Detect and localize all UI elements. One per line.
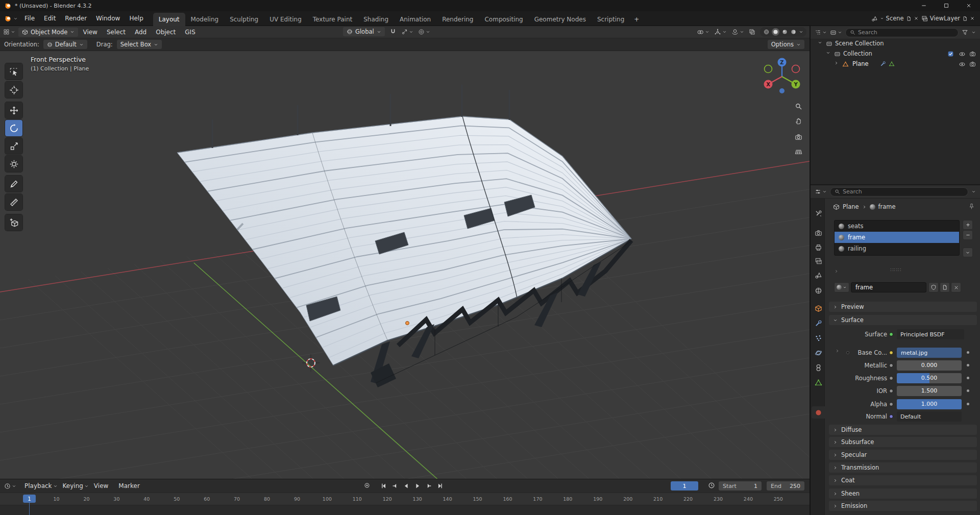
tool-move-button[interactable] [5, 102, 22, 118]
shading-solid-button[interactable] [772, 28, 779, 36]
expand-icon[interactable] [826, 51, 830, 55]
camera-view-icon[interactable] [792, 131, 804, 143]
minimize-button[interactable] [913, 0, 935, 11]
tool-rotate-button[interactable] [5, 120, 22, 136]
chevron-down-icon[interactable] [971, 30, 976, 35]
chevron-down-icon[interactable] [799, 30, 803, 34]
gizmos-dropdown[interactable] [714, 29, 727, 36]
animate-dot[interactable] [967, 389, 969, 392]
section-specular[interactable]: Specular [829, 450, 977, 460]
selectability-dropdown[interactable] [697, 29, 709, 36]
expand-icon[interactable] [834, 61, 839, 65]
breadcrumb-material[interactable]: frame [878, 203, 896, 210]
auto-keying-toggle[interactable] [363, 482, 371, 489]
pan-hand-icon[interactable] [792, 115, 804, 127]
properties-editor-type-button[interactable] [815, 188, 827, 195]
animate-dot[interactable] [967, 364, 969, 366]
resize-grip[interactable]: ∷∷∷ [890, 267, 901, 273]
section-subsurface[interactable]: Subsurface [829, 437, 977, 447]
slot-specials-button[interactable] [963, 248, 973, 257]
add-workspace-button[interactable]: + [630, 13, 643, 26]
scene-selector[interactable]: Scene [871, 15, 919, 22]
tool-cursor-button[interactable] [5, 82, 22, 98]
surface-section-header[interactable]: Surface [829, 315, 977, 325]
3d-viewport[interactable]: Front Perspective (1) Collection | Plane… [0, 51, 810, 479]
play-button[interactable] [412, 481, 423, 491]
menu-help[interactable]: Help [125, 13, 148, 23]
expand-icon[interactable] [818, 40, 822, 45]
outliner-row-scene-collection[interactable]: Scene Collection [811, 39, 980, 49]
close-button[interactable] [958, 0, 980, 11]
current-frame-field[interactable]: 1 [671, 481, 698, 491]
alpha-slider[interactable]: 1.000 [897, 399, 962, 409]
animate-dot[interactable] [967, 377, 969, 379]
menu-object[interactable]: Object [151, 27, 180, 37]
properties-tab-modifiers[interactable] [812, 317, 825, 329]
outliner-row-collection[interactable]: Collection [811, 49, 980, 59]
disable-render-icon[interactable] [969, 61, 976, 67]
menu-file[interactable]: File [20, 13, 39, 23]
stadium-roof-model[interactable] [177, 85, 631, 365]
menu-add[interactable]: Add [130, 27, 151, 37]
gizmo-minus-x-axis[interactable] [792, 65, 800, 73]
properties-tab-render[interactable] [812, 227, 825, 239]
proportional-editing-dropdown[interactable] [418, 29, 430, 35]
next-keyframe-button[interactable] [424, 481, 434, 491]
tool-add-cube-button[interactable] [5, 214, 22, 231]
outliner-editor-type-button[interactable] [815, 29, 827, 36]
workspace-tab-animation[interactable]: Animation [394, 13, 436, 26]
orientation-dropdown[interactable]: Default [43, 40, 87, 49]
fake-user-button[interactable] [928, 282, 939, 292]
base-color-texture-field[interactable]: metal.jpg [897, 348, 962, 358]
mode-dropdown[interactable]: Object Mode [18, 28, 78, 37]
toggle-perspective-icon[interactable] [792, 145, 804, 158]
new-viewlayer-icon[interactable] [962, 16, 968, 21]
hide-eye-icon[interactable] [959, 61, 966, 68]
workspace-tab-sculpting[interactable]: Sculpting [224, 13, 264, 26]
disable-render-icon[interactable] [969, 51, 976, 57]
unlink-material-button[interactable] [951, 282, 961, 292]
section-transmission[interactable]: Transmission [829, 462, 977, 473]
material-name-field[interactable]: frame [851, 282, 926, 292]
viewport-canvas[interactable] [0, 51, 810, 479]
properties-search[interactable] [830, 187, 968, 197]
outliner-search-input[interactable] [858, 29, 954, 36]
ior-slider[interactable]: 1.500 [897, 386, 962, 396]
animate-dot[interactable] [967, 403, 969, 405]
zoom-icon[interactable] [792, 100, 804, 112]
properties-tab-world[interactable] [812, 284, 825, 297]
workspace-tab-texture-paint[interactable]: Texture Paint [307, 13, 358, 26]
properties-tab-data[interactable] [812, 376, 825, 388]
animate-dot[interactable] [967, 351, 969, 354]
outliner-row-plane[interactable]: Plane [811, 59, 980, 69]
jump-end-button[interactable] [435, 481, 445, 491]
properties-search-input[interactable] [843, 188, 964, 195]
end-frame-field[interactable]: End 250 [767, 481, 804, 491]
menu-playback[interactable]: Playback [19, 481, 57, 491]
use-preview-range-icon[interactable] [708, 482, 715, 489]
shading-material-button[interactable] [781, 29, 788, 35]
surface-shader-dropdown[interactable]: Principled BSDF [897, 329, 964, 339]
gizmo-minus-y-axis[interactable] [765, 65, 772, 73]
timeline-ruler[interactable]: 1102030405060708090100110120130140150160… [0, 493, 810, 505]
gizmo-minus-z-axis[interactable] [779, 88, 785, 93]
xray-toggle[interactable] [749, 29, 755, 35]
timeline-editor-type-button[interactable] [4, 483, 16, 489]
chevron-right-icon[interactable] [834, 269, 839, 274]
workspace-tab-modeling[interactable]: Modeling [185, 13, 225, 26]
navigation-gizmo[interactable]: Z X Y [756, 51, 807, 102]
properties-tab-object[interactable] [812, 302, 825, 314]
tool-measure-button[interactable] [5, 194, 22, 210]
remove-slot-button[interactable] [963, 230, 973, 240]
menu-view[interactable]: View [78, 27, 102, 37]
browse-material-button[interactable] [834, 282, 849, 292]
normal-dropdown[interactable]: Default [897, 411, 962, 422]
menu-edit[interactable]: Edit [39, 13, 60, 23]
metallic-slider[interactable]: 0.000 [897, 360, 962, 371]
menu-keying[interactable]: Keying [58, 481, 88, 491]
current-frame-marker[interactable]: 1 [23, 495, 36, 503]
outliner-search[interactable] [845, 28, 959, 37]
properties-tab-constraints[interactable] [812, 361, 825, 374]
workspace-tab-uv-editing[interactable]: UV Editing [264, 13, 307, 26]
workspace-tab-rendering[interactable]: Rendering [436, 13, 479, 26]
